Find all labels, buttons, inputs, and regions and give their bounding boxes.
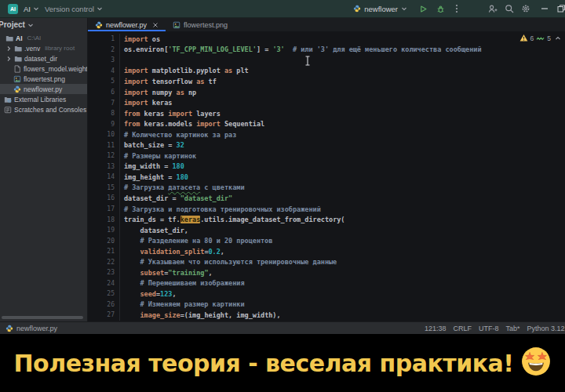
code-token: import — [196, 120, 221, 128]
run-button[interactable] — [417, 2, 429, 15]
line-number[interactable]: 9 — [88, 121, 115, 128]
chevron-right-icon[interactable] — [5, 45, 12, 52]
code-token: с цветками — [200, 183, 244, 191]
line-number[interactable]: 27 — [88, 311, 115, 318]
code-token: keras — [148, 99, 173, 107]
tree-item-label: AI — [16, 34, 23, 42]
status-file[interactable]: newflower.py — [0, 325, 57, 332]
ai-logo-icon[interactable]: AI — [8, 4, 18, 14]
line-number[interactable]: 20 — [88, 238, 115, 245]
code-token: import — [124, 78, 148, 85]
close-tab-icon[interactable] — [152, 22, 159, 28]
tree-item-flowertest.png[interactable]: flowertest.png — [0, 74, 87, 84]
line-number[interactable]: 3 — [88, 56, 115, 64]
code-line-20[interactable]: 20 # Разделение на 80 и 20 процентов — [88, 235, 565, 246]
line-number[interactable]: 13 — [88, 163, 115, 170]
status-line-separator[interactable]: CRLF — [453, 325, 472, 332]
code-line-9[interactable]: 9from keras.models import Sequential — [88, 118, 565, 129]
line-number[interactable]: 6 — [88, 89, 115, 96]
status-indent-style[interactable]: Tab* — [505, 325, 519, 332]
line-number[interactable]: 22 — [88, 259, 115, 266]
code-with-me-button[interactable] — [487, 2, 499, 15]
version-control-menu[interactable]: Version control — [45, 5, 103, 13]
code-line-24[interactable]: 24 # Перемешиваем изображения — [88, 278, 565, 289]
code-line-3[interactable]: 3 — [88, 55, 565, 66]
project-panel-header[interactable]: Project — [0, 18, 87, 31]
ai-menu[interactable]: AI — [24, 5, 39, 13]
minimize-window-button[interactable] — [538, 2, 551, 15]
code-token: keras.models — [140, 120, 196, 128]
editor-tab-flowertest.png[interactable]: flowertest.png — [166, 18, 235, 31]
code-text: # Указываем что используются тренировочн… — [119, 256, 565, 267]
code-text: os.environ['TF_CPP_MIN_LOG_LEVEL'] = '3'… — [119, 45, 565, 56]
code-line-23[interactable]: 23 subset="training", — [88, 267, 565, 278]
line-number[interactable]: 15 — [88, 184, 115, 191]
line-number[interactable]: 18 — [88, 216, 115, 223]
tree-item-dataset_dir[interactable]: dataset_dir — [0, 53, 87, 64]
debug-button[interactable] — [434, 2, 447, 15]
line-number[interactable]: 21 — [88, 248, 115, 255]
chevron-up-icon[interactable] — [555, 35, 561, 42]
line-number[interactable]: 11 — [88, 142, 115, 149]
code-line-22[interactable]: 22 # Указываем что используются трениров… — [88, 256, 565, 267]
line-number[interactable]: 26 — [88, 301, 115, 308]
code-line-13[interactable]: 13img_width = 180 — [88, 162, 565, 172]
code-line-4[interactable]: 4import matplotlib.pyplot as plt — [88, 66, 565, 77]
line-number[interactable]: 4 — [88, 67, 115, 74]
code-line-7[interactable]: 7import keras — [88, 97, 565, 108]
code-line-11[interactable]: 11batch_size = 32 — [88, 140, 565, 151]
code-line-25[interactable]: 25 seed=123, — [88, 289, 565, 299]
code-line-12[interactable]: 12# Размеры картинок — [88, 151, 565, 162]
code-line-14[interactable]: 14img_height = 180 — [88, 172, 565, 183]
line-number[interactable]: 25 — [88, 290, 115, 297]
more-actions-button[interactable] — [450, 2, 463, 15]
code-line-2[interactable]: 2os.environ['TF_CPP_MIN_LOG_LEVEL'] = '3… — [88, 45, 565, 56]
code-editor[interactable]: 1import os2os.environ['TF_CPP_MIN_LOG_LE… — [88, 31, 565, 321]
code-line-21[interactable]: 21 validation_split=0.2, — [88, 246, 565, 257]
project-panel-scrollbar[interactable] — [2, 316, 83, 319]
code-line-19[interactable]: 19 dataset_dir, — [88, 225, 565, 236]
inspections-widget[interactable]: 6 5 — [519, 34, 561, 42]
code-line-15[interactable]: 15# Загрузка датасета с цветками — [88, 183, 565, 194]
tree-item-newflower.py[interactable]: newflower.py — [0, 84, 87, 94]
line-number[interactable]: 17 — [88, 205, 115, 212]
line-number[interactable]: 10 — [88, 131, 115, 138]
line-number[interactable]: 12 — [88, 152, 115, 159]
line-number[interactable]: 7 — [88, 100, 115, 107]
tree-item-ai[interactable]: AIC:\AI — [0, 33, 87, 43]
code-token: import — [124, 67, 148, 74]
code-token: , — [172, 290, 176, 298]
tree-item-external-libraries[interactable]: External Libraries — [0, 94, 87, 104]
code-line-17[interactable]: 17# Загрузка и подготовка тренировочных … — [88, 204, 565, 215]
code-line-8[interactable]: 8from keras import layers — [88, 108, 565, 119]
chevron-right-icon[interactable] — [5, 56, 12, 62]
line-number[interactable]: 5 — [88, 78, 115, 85]
code-line-18[interactable]: 18train_ds = tf.keras.utils.image_datase… — [88, 214, 565, 225]
line-number[interactable]: 14 — [88, 173, 115, 180]
code-line-10[interactable]: 10# Количество картинок за раз — [88, 129, 565, 140]
editor-tab-newflower.py[interactable]: newflower.py — [88, 18, 166, 31]
code-line-6[interactable]: 6import numpy as np — [88, 87, 565, 98]
restore-window-button[interactable] — [555, 2, 565, 15]
line-number[interactable]: 8 — [88, 110, 115, 117]
settings-button[interactable] — [519, 2, 532, 15]
code-line-1[interactable]: 1import os — [88, 34, 565, 45]
line-number[interactable]: 19 — [88, 227, 115, 234]
tree-item-scratches-and-consoles[interactable]: Scratches and Consoles — [0, 104, 87, 114]
line-number[interactable]: 16 — [88, 194, 115, 201]
status-encoding[interactable]: UTF-8 — [479, 325, 499, 332]
code-line-5[interactable]: 5import tensorflow as tf — [88, 76, 565, 87]
search-everywhere-button[interactable] — [503, 2, 516, 15]
code-line-27[interactable]: 27 image_size=(img_height, img_width), — [88, 310, 565, 321]
code-line-26[interactable]: 26 # Изменяем размер картинки — [88, 299, 565, 310]
tree-item-.venv[interactable]: .venvlibrary root — [0, 43, 87, 53]
code-line-16[interactable]: 16dataset_dir = "dataset_dir" — [88, 193, 565, 204]
line-number[interactable]: 1 — [88, 35, 115, 42]
status-interpreter[interactable]: Python 3.12 ( — [527, 325, 565, 332]
status-caret-position[interactable]: 121:38 — [425, 325, 447, 332]
line-number[interactable]: 23 — [88, 269, 115, 276]
line-number[interactable]: 2 — [88, 46, 115, 53]
line-number[interactable]: 24 — [88, 280, 115, 287]
tree-item-flowers_model.weights.h5[interactable]: flowers_model.weights.h5 — [0, 64, 87, 74]
run-configuration-selector[interactable]: newflower — [353, 5, 407, 13]
